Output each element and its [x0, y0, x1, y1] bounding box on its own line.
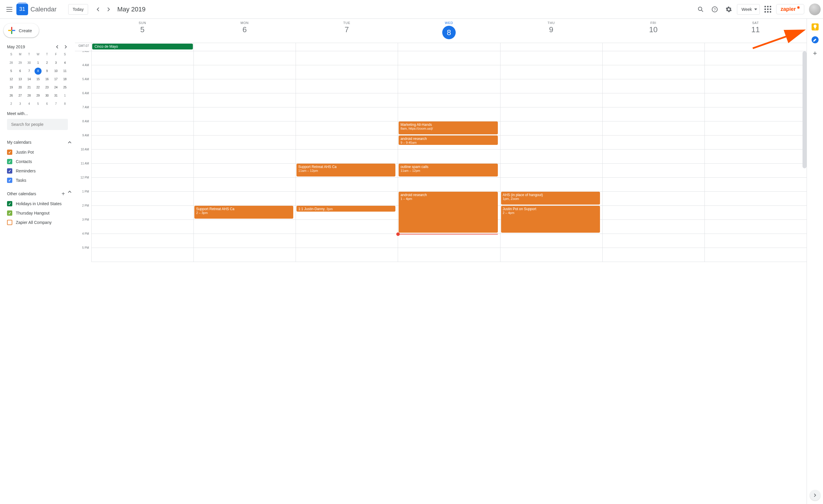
allday-cell[interactable]: [296, 43, 398, 51]
next-period-button[interactable]: [103, 4, 114, 15]
hour-cell[interactable]: [603, 220, 704, 234]
hour-cell[interactable]: [296, 122, 398, 136]
hour-cell[interactable]: [92, 108, 193, 122]
day-header[interactable]: FRI10: [602, 19, 704, 43]
mini-day-cell[interactable]: 10: [52, 67, 59, 74]
allday-event[interactable]: Cinco de Mayo: [92, 44, 193, 49]
calendar-checkbox[interactable]: [7, 150, 12, 155]
hour-cell[interactable]: [705, 150, 807, 164]
mini-day-cell[interactable]: 20: [17, 84, 24, 91]
calendar-list-item[interactable]: Thursday Hangout: [7, 208, 71, 218]
hour-cell[interactable]: [603, 108, 704, 122]
hour-cell[interactable]: [705, 206, 807, 220]
hour-cell[interactable]: [194, 122, 296, 136]
hour-cell[interactable]: [296, 94, 398, 108]
mini-day-cell[interactable]: 25: [61, 84, 68, 91]
time-grid-scroll[interactable]: 3 AM4 AM5 AM6 AM7 AM8 AM9 AM10 AM11 AM12…: [75, 51, 807, 504]
allday-cell[interactable]: [704, 43, 807, 51]
hour-cell[interactable]: [603, 94, 704, 108]
hour-cell[interactable]: [398, 51, 500, 65]
hour-cell[interactable]: [705, 122, 807, 136]
hour-cell[interactable]: [705, 65, 807, 79]
day-header[interactable]: THU9: [500, 19, 602, 43]
hour-cell[interactable]: [500, 248, 602, 262]
allday-cell[interactable]: Cinco de Mayo: [91, 43, 193, 51]
mini-day-cell[interactable]: 11: [61, 67, 68, 74]
day-header[interactable]: SAT11: [704, 19, 807, 43]
my-calendars-toggle[interactable]: My calendars: [7, 137, 71, 148]
hour-cell[interactable]: [500, 79, 602, 94]
mini-day-cell[interactable]: 2: [44, 59, 51, 66]
hour-cell[interactable]: [705, 136, 807, 150]
calendar-checkbox[interactable]: [7, 220, 12, 225]
mini-day-cell[interactable]: 7: [25, 67, 32, 74]
hour-cell[interactable]: [705, 94, 807, 108]
calendar-event[interactable]: outline spam calls11am – 12pm: [398, 164, 498, 176]
hour-cell[interactable]: [296, 65, 398, 79]
other-calendars-toggle[interactable]: Other calendars +: [7, 188, 71, 199]
hour-cell[interactable]: [92, 79, 193, 94]
hour-cell[interactable]: [603, 122, 704, 136]
hour-cell[interactable]: [705, 248, 807, 262]
hour-cell[interactable]: [194, 136, 296, 150]
hour-cell[interactable]: [92, 234, 193, 248]
mini-day-cell[interactable]: 6: [44, 101, 51, 108]
hour-cell[interactable]: [296, 192, 398, 206]
hour-cell[interactable]: [500, 108, 602, 122]
calendar-event[interactable]: AHS (in place of hangout)1pm, Zoom: [501, 192, 600, 205]
hour-cell[interactable]: [92, 122, 193, 136]
mini-day-cell[interactable]: 21: [25, 84, 32, 91]
calendar-event[interactable]: android research1 – 4pm: [398, 192, 498, 233]
calendar-list-item[interactable]: Justin Pot: [7, 148, 71, 157]
hour-cell[interactable]: [398, 150, 500, 164]
search-button[interactable]: [695, 4, 706, 15]
mini-day-cell[interactable]: 13: [17, 76, 24, 83]
hour-cell[interactable]: [194, 178, 296, 192]
hour-cell[interactable]: [92, 192, 193, 206]
mini-day-cell[interactable]: 16: [44, 76, 51, 83]
mini-day-cell[interactable]: 24: [52, 84, 59, 91]
hour-cell[interactable]: [603, 65, 704, 79]
hour-cell[interactable]: [603, 248, 704, 262]
mini-day-cell[interactable]: 14: [25, 76, 32, 83]
hour-cell[interactable]: [500, 51, 602, 65]
hour-cell[interactable]: [500, 136, 602, 150]
hour-cell[interactable]: [398, 65, 500, 79]
mini-day-cell[interactable]: 8: [34, 67, 41, 74]
calendar-list-item[interactable]: Reminders: [7, 166, 71, 176]
allday-cell[interactable]: [500, 43, 602, 51]
mini-day-cell[interactable]: 1: [61, 92, 68, 99]
hour-cell[interactable]: [92, 150, 193, 164]
mini-day-cell[interactable]: 3: [52, 59, 59, 66]
hour-cell[interactable]: [92, 220, 193, 234]
day-column[interactable]: [91, 51, 193, 262]
day-column[interactable]: Support Retreat AHS Ca11am – 12pm1:1 Jus…: [296, 51, 398, 262]
hour-cell[interactable]: [296, 220, 398, 234]
mini-day-cell[interactable]: 27: [17, 92, 24, 99]
mini-day-cell[interactable]: 5: [8, 67, 15, 74]
hour-cell[interactable]: [500, 65, 602, 79]
hour-cell[interactable]: [194, 51, 296, 65]
calendar-event[interactable]: Support Retreat AHS Ca11am – 12pm: [297, 164, 395, 176]
zapier-button[interactable]: zapier ✱: [776, 4, 804, 14]
mini-day-cell[interactable]: 17: [52, 76, 59, 83]
settings-button[interactable]: [723, 4, 734, 15]
calendar-event[interactable]: Marketing All-Hands8am, https://zoom.us/…: [398, 122, 498, 134]
prev-period-button[interactable]: [93, 4, 103, 15]
hour-cell[interactable]: [398, 79, 500, 94]
calendar-event[interactable]: android research9 – 9:45am: [398, 136, 498, 145]
mini-day-cell[interactable]: 4: [25, 101, 32, 108]
hour-cell[interactable]: [296, 79, 398, 94]
allday-cell[interactable]: [193, 43, 296, 51]
calendar-checkbox[interactable]: [7, 201, 12, 206]
hour-cell[interactable]: [296, 234, 398, 248]
calendar-list-item[interactable]: Holidays in United States: [7, 199, 71, 208]
google-apps-button[interactable]: [762, 4, 774, 15]
hour-cell[interactable]: [92, 206, 193, 220]
calendar-checkbox[interactable]: [7, 159, 12, 164]
hour-cell[interactable]: [705, 164, 807, 178]
day-header[interactable]: SUN5: [91, 19, 193, 43]
day-column[interactable]: Support Retreat AHS Ca2 – 3pm: [193, 51, 296, 262]
hour-cell[interactable]: [603, 164, 704, 178]
mini-day-cell[interactable]: 31: [52, 92, 59, 99]
